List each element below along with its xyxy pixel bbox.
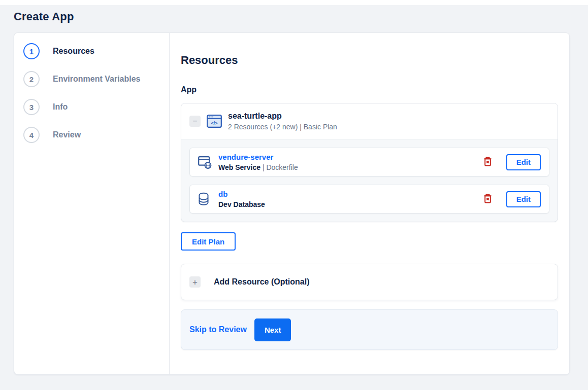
step-label: Review <box>53 130 81 139</box>
resource-source: Dockerfile <box>266 163 298 171</box>
minus-icon: − <box>192 116 197 126</box>
step-label: Resources <box>53 47 94 56</box>
app-group-header: − </> sea-turtle-app 2 Resources (+2 new… <box>181 103 558 139</box>
step-review[interactable]: 4 Review <box>23 127 169 143</box>
step-label: Info <box>53 102 68 112</box>
resource-name-link[interactable]: db <box>218 190 227 198</box>
resource-row-vendure-server: vendure-server Web Service | Dockerfile <box>189 148 549 176</box>
resources-step-content: Resources App − </> <box>170 33 569 374</box>
database-icon <box>198 192 212 206</box>
resource-name-link[interactable]: vendure-server <box>218 153 273 161</box>
svg-text:</>: </> <box>211 121 217 126</box>
skip-to-review-link[interactable]: Skip to Review <box>189 325 247 334</box>
app-title-block: sea-turtle-app 2 Resources (+2 new) | Ba… <box>228 112 337 131</box>
step-number-badge: 2 <box>23 71 40 87</box>
step-info[interactable]: 3 Info <box>23 99 169 115</box>
app-section-label: App <box>181 85 558 94</box>
wizard-steps-sidebar: 1 Resources 2 Environment Variables 3 In… <box>14 33 170 374</box>
content-heading: Resources <box>181 54 558 67</box>
add-resource-label: Add Resource (Optional) <box>214 277 309 287</box>
add-resource-button[interactable]: + Add Resource (Optional) <box>181 264 558 300</box>
app-resource-list: vendure-server Web Service | Dockerfile <box>181 139 558 222</box>
resource-text-block: vendure-server Web Service | Dockerfile <box>218 153 481 171</box>
resource-type: Dev Database <box>218 200 265 208</box>
delete-resource-button[interactable] <box>481 192 494 207</box>
trash-icon <box>483 157 492 168</box>
step-label: Environment Variables <box>53 75 141 84</box>
edit-resource-button[interactable]: Edit <box>506 154 541 170</box>
edit-plan-button[interactable]: Edit Plan <box>181 232 236 251</box>
page-title: Create App <box>14 10 588 23</box>
page-header: Create App <box>0 5 588 32</box>
step-resources[interactable]: 1 Resources <box>23 43 169 59</box>
app-meta: 2 Resources (+2 new) | Basic Plan <box>228 123 337 131</box>
trash-icon <box>483 194 492 205</box>
web-service-icon <box>198 155 212 169</box>
resource-text-block: db Dev Database <box>218 190 481 208</box>
wizard-footer: Skip to Review Next <box>181 309 558 350</box>
step-number-badge: 1 <box>23 43 40 59</box>
top-strip <box>0 0 588 5</box>
step-number-badge: 4 <box>23 127 40 143</box>
plus-icon: + <box>189 276 201 288</box>
resource-type-line: Web Service | Dockerfile <box>218 163 481 171</box>
resource-row-db: db Dev Database <box>189 185 549 214</box>
step-environment-variables[interactable]: 2 Environment Variables <box>23 71 169 87</box>
edit-resource-button[interactable]: Edit <box>506 191 541 207</box>
delete-resource-button[interactable] <box>481 155 494 170</box>
app-group-card: − </> sea-turtle-app 2 Resources (+2 new… <box>181 103 558 222</box>
step-number-badge: 3 <box>23 99 40 115</box>
resource-separator: | <box>260 163 266 171</box>
resource-type: Web Service <box>218 163 260 171</box>
next-button[interactable]: Next <box>254 318 291 341</box>
create-app-card: 1 Resources 2 Environment Variables 3 In… <box>14 32 570 375</box>
collapse-app-button[interactable]: − <box>189 116 201 127</box>
code-window-icon: </> <box>207 115 222 128</box>
resource-type-line: Dev Database <box>218 200 481 208</box>
app-name: sea-turtle-app <box>228 112 337 121</box>
